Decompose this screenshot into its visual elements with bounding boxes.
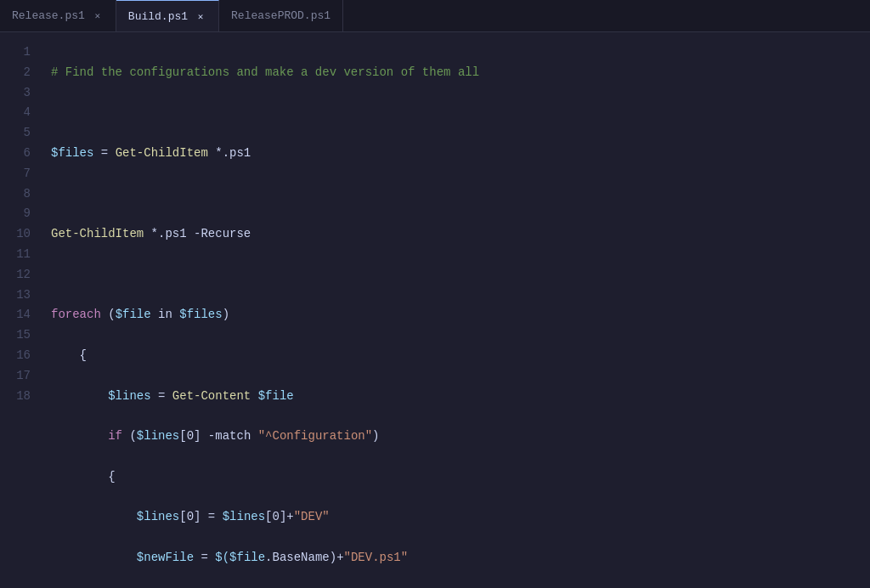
line-13: $newFile = $($file.BaseName)+"DEV.ps1" [51, 548, 870, 568]
tab-bar: Release.ps1 ✕ Build.ps1 ✕ ReleasePROD.ps… [0, 0, 870, 32]
line-numbers: 1 2 3 4 5 6 7 8 9 10 11 12 13 14 15 16 1… [0, 32, 44, 588]
tab-build-label: Build.ps1 [128, 10, 188, 23]
close-build-icon[interactable]: ✕ [195, 10, 206, 22]
line-4 [51, 184, 870, 205]
line-1: # Find the configurations and make a dev… [51, 63, 870, 83]
line-10: if ($lines[0] -match "^Configuration") [51, 427, 870, 447]
tab-build[interactable]: Build.ps1 ✕ [116, 0, 219, 31]
tab-releaseprod[interactable]: ReleasePROD.ps1 [219, 0, 343, 31]
line-3: $files = Get-ChildItem *.ps1 [51, 144, 870, 164]
line-8: { [51, 346, 870, 366]
code-content[interactable]: # Find the configurations and make a dev… [44, 32, 870, 588]
line-6 [51, 265, 870, 286]
tab-release[interactable]: Release.ps1 ✕ [0, 0, 116, 31]
close-release-icon[interactable]: ✕ [92, 10, 104, 22]
line-9: $lines = Get-Content $file [51, 387, 870, 407]
line-2 [51, 103, 870, 123]
tab-release-label: Release.ps1 [12, 9, 85, 22]
editor-area: 1 2 3 4 5 6 7 8 9 10 11 12 13 14 15 16 1… [0, 32, 870, 588]
line-5: Get-ChildItem *.ps1 -Recurse [51, 224, 870, 245]
line-11: { [51, 467, 870, 488]
line-7: foreach ($file in $files) [51, 305, 870, 325]
line-12: $lines[0] = $lines[0]+"DEV" [51, 507, 870, 528]
tab-releaseprod-label: ReleasePROD.ps1 [231, 9, 330, 22]
